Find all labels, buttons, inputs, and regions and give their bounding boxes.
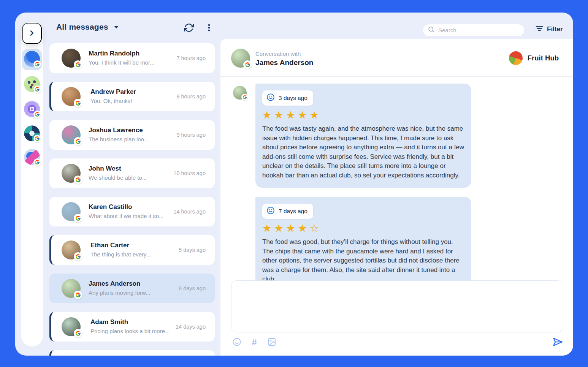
conversation-name: Adam Smith [90,318,128,326]
sidebar-account-2[interactable] [24,76,40,92]
more-options-button[interactable] [204,23,214,33]
kebab-menu-icon [204,23,214,33]
conversation-name: Karen Castillo [89,203,132,211]
hashtag-icon: # [252,338,257,347]
send-button[interactable] [551,336,564,349]
conversation-name: Martin Randolph [89,50,139,57]
google-badge-icon [74,214,82,222]
refresh-button[interactable] [184,23,194,33]
conversation-name: Joshua Lawrence [89,127,143,134]
conversation-preview: The business plan loo... [89,136,169,142]
message-compose-box [231,280,563,332]
message-input[interactable] [231,281,563,332]
conversation-preview: The thing is that every... [90,251,171,258]
review-message: 3 days ago ★★★★★ The food was tasty agai… [255,84,471,188]
hashtag-button[interactable]: # [249,337,259,347]
google-badge-icon [33,158,41,166]
smiley-icon [266,206,275,216]
conversation-time: 14 hours ago [173,209,206,215]
avatar [62,125,81,144]
google-badge-icon [74,99,82,107]
list-item-partial[interactable] [49,350,215,356]
messages-filter-dropdown[interactable]: All messages [56,22,119,32]
business-name: Fruit Hub [528,54,559,62]
filter-lines-icon [535,25,544,33]
message-sender-avatar [233,86,247,100]
google-badge-icon [33,60,41,68]
list-item[interactable]: James Anderson Any plans moving forw... … [49,274,215,303]
star-rating: ★★★★☆ [262,223,464,233]
chevron-right-icon [28,29,36,38]
avatar [62,87,81,106]
image-icon [267,337,276,348]
review-time: 3 days ago [279,95,307,101]
business-chip[interactable]: Fruit Hub [509,51,559,65]
conversation-header: Conversation with James Anderson Fruit H… [220,39,573,77]
google-badge-icon [74,252,82,261]
sidebar-account-1[interactable] [24,51,40,67]
star-rating: ★★★★★ [262,110,464,120]
caret-down-icon [114,24,119,30]
google-badge-icon [74,60,82,69]
review-message: 7 days ago ★★★★☆ The food was good, but … [255,197,471,292]
sidebar-account-5[interactable] [24,149,40,165]
avatar [62,317,81,336]
google-badge-icon [74,291,82,299]
conversation-contact-name: James Anderson [255,59,313,67]
list-item[interactable]: John West We should be able to... 10 hou… [49,158,215,188]
conversation-time: 9 hours ago [176,132,206,138]
conversation-preview: Pricing plans looks a bit more... [90,328,171,334]
emoji-button[interactable] [232,337,242,347]
conversation-name: Ethan Carter [90,242,129,249]
conversation-subtitle: Conversation with [255,51,301,57]
search-box [423,24,525,36]
google-badge-icon [33,111,41,118]
conversation-preview: You: I think It will be mor... [89,59,169,66]
google-badge-icon [33,135,41,142]
list-item[interactable]: Andrew Parker You: Ok, thanks! 8 hours a… [49,82,215,111]
contact-avatar [231,49,250,68]
expand-sidebar-button[interactable] [22,23,42,44]
avatar [62,279,81,298]
list-item[interactable]: Karen Castillo What about if we made it … [49,197,215,226]
conversation-name: John West [89,165,121,172]
conversation-panel: Conversation with James Anderson Fruit H… [220,39,573,356]
sidebar-rail [21,22,43,346]
avatar [62,202,81,221]
review-time-badge: 3 days ago [262,90,313,106]
conversation-preview: Any plans moving forw... [89,289,169,296]
conversation-time: 5 days ago [179,247,206,253]
conversation-time: 10 hours ago [173,170,206,176]
app-window: All messages Martin Randolph You: I thin… [15,13,573,356]
conversation-preview: You: Ok, thanks! [90,98,171,104]
search-input[interactable] [438,27,520,33]
avatar [62,240,81,259]
refresh-icon [184,23,194,34]
emoji-icon [232,337,241,348]
review-text: The food was good, but they’ll charge fo… [262,237,464,284]
list-item[interactable]: Joshua Lawrence The business plan loo...… [49,120,215,150]
conversation-time: 8 days ago [179,285,206,291]
smiley-icon [266,93,275,103]
sidebar-account-3[interactable] [24,101,40,117]
google-badge-icon [241,94,248,100]
conversation-name: Andrew Parker [90,88,136,96]
review-time-badge: 7 days ago [262,204,313,219]
google-badge-icon [33,85,41,93]
conversation-preview: We should be able to... [89,174,169,181]
conversation-time: 7 hours ago [176,55,206,61]
conversation-preview: What about if we made it so... [89,213,169,219]
attach-image-button[interactable] [267,337,277,347]
google-badge-icon [74,329,82,337]
search-icon [428,26,435,35]
sidebar-account-4[interactable] [24,125,40,141]
list-item[interactable]: Martin Randolph You: I think It will be … [49,43,215,73]
list-item[interactable]: Ethan Carter The thing is that every... … [49,235,215,265]
list-item[interactable]: Adam Smith Pricing plans looks a bit mor… [49,312,215,342]
google-badge-icon [74,137,82,146]
google-badge-icon [74,176,82,184]
business-avatar [509,51,523,65]
conversation-name: James Anderson [89,280,140,288]
send-icon [552,336,563,349]
filter-button[interactable]: Filter [535,25,563,33]
